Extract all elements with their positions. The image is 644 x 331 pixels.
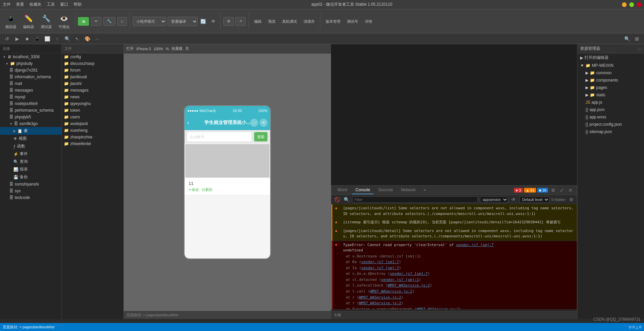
file-zhaopinzhiw[interactable]: 📁 zhaopinzhiw bbox=[62, 134, 123, 140]
tree-reports[interactable]: 📊 报表 bbox=[0, 166, 62, 173]
vendor-link-2[interactable]: vendor.js? [sm]:7 bbox=[361, 260, 399, 264]
edit-btn[interactable]: 编辑 bbox=[251, 17, 264, 25]
menu-window[interactable]: 窗口 bbox=[60, 2, 68, 7]
debug-tab-console[interactable]: Console bbox=[352, 186, 373, 194]
circular-btn[interactable]: ↺ bbox=[3, 34, 11, 43]
debug-tab-more[interactable]: » bbox=[420, 186, 429, 194]
clear-console-btn[interactable]: 🚫 bbox=[333, 196, 341, 203]
phone-search-button[interactable]: 搜索 bbox=[254, 132, 267, 141]
phone-close-icon[interactable]: ✕ bbox=[259, 119, 267, 127]
menu-bar[interactable]: 文件 查看 收藏夹 工具 窗口 帮助 bbox=[3, 2, 82, 7]
phone-delete-btn[interactable]: 自删除 bbox=[202, 187, 213, 192]
mode-debugger-btn[interactable]: 🔧 bbox=[103, 17, 115, 26]
search-right-btn[interactable]: 🔍 bbox=[623, 34, 631, 43]
debugger-btn[interactable]: 🔧 调试器 bbox=[38, 12, 55, 31]
tree-mysql[interactable]: 🗄 mysql bbox=[0, 94, 62, 100]
preview-icon-btn[interactable]: 👁 bbox=[209, 17, 218, 26]
resource-panel-more[interactable]: ··· bbox=[637, 46, 641, 51]
tree-phpstudy[interactable]: ▼ 📁 phpstudy bbox=[0, 60, 62, 67]
mode-select[interactable]: 小程序模式 bbox=[133, 17, 166, 26]
debug-tab-wxml[interactable]: Wxml bbox=[334, 186, 351, 194]
error-badge[interactable]: ● 3 bbox=[514, 188, 523, 193]
simulator-btn[interactable]: 📱 模拟器 bbox=[3, 12, 19, 31]
mode-editor-btn[interactable]: ✏ bbox=[91, 17, 101, 26]
settings-btn[interactable]: ⚙ bbox=[223, 17, 234, 26]
maximize-button[interactable] bbox=[629, 2, 634, 7]
phone-search-input[interactable]: 企业账号 bbox=[187, 132, 251, 141]
tree-views[interactable]: 👁 视图 bbox=[0, 135, 62, 142]
stop-btn[interactable]: ■ bbox=[23, 34, 31, 43]
file-qiyeyonghu[interactable]: 📁 qiyeyonghu bbox=[62, 100, 123, 107]
phone-edit-btn[interactable]: ✏修改 bbox=[189, 187, 199, 192]
maximize-debug-btn[interactable]: ⤢ bbox=[558, 187, 565, 194]
mode-simulator-btn[interactable]: 🖥 bbox=[78, 17, 89, 26]
tree-phpqlyb[interactable]: 🗄 phpqlyb5 bbox=[0, 114, 62, 120]
file-jianlitoudi[interactable]: 📁 jianlitoudi bbox=[62, 74, 123, 80]
phone-menu-icon[interactable]: ··· bbox=[250, 119, 258, 127]
warn-badge[interactable]: ▲ 41 bbox=[524, 188, 536, 193]
file-jiaoshi[interactable]: 📁 jiaoshi bbox=[62, 80, 123, 87]
gear-icon[interactable]: ⚙ bbox=[567, 196, 575, 203]
file-token[interactable]: 📁 token bbox=[62, 107, 123, 114]
tree-ssm9k3go[interactable]: ▼ 🗄 ssm9k3go bbox=[0, 120, 62, 127]
file-discusszhaop[interactable]: 📁 discusszhaop bbox=[62, 60, 123, 67]
res-static[interactable]: ▶ 📁 static bbox=[577, 91, 644, 99]
menu-help[interactable]: 帮助 bbox=[74, 2, 82, 7]
settings-debug-btn[interactable]: ⚙ bbox=[549, 187, 557, 194]
res-components[interactable]: ▶ 📁 components bbox=[577, 77, 644, 84]
waservice-link-1[interactable]: WM97_WAService.js:2 bbox=[388, 283, 430, 288]
preview-btn[interactable]: 预览 bbox=[265, 17, 278, 25]
info-badge[interactable]: ■ 36 bbox=[537, 188, 548, 193]
file-users[interactable]: 📁 users bbox=[62, 114, 123, 120]
search-btn[interactable]: 🔍 bbox=[63, 34, 72, 43]
tree-events[interactable]: ⚡ 事件 bbox=[0, 150, 62, 158]
phone-back-btn[interactable]: ‹ bbox=[187, 119, 189, 126]
minimize-button[interactable] bbox=[622, 2, 627, 7]
res-pages[interactable]: ▶ 📁 pages bbox=[577, 84, 644, 91]
waservice-link-3[interactable]: WM97_WAService.js:2 bbox=[359, 295, 401, 300]
tree-nodejs[interactable]: 🗄 nodejss46e9 bbox=[0, 100, 62, 107]
res-app-wxss[interactable]: {} app.wxss bbox=[577, 113, 644, 121]
menu-file[interactable]: 文件 bbox=[3, 2, 11, 7]
tree-testcode[interactable]: 🗄 testcode bbox=[0, 194, 62, 201]
eye-btn[interactable]: 👁 bbox=[510, 196, 517, 203]
clear-cache-btn[interactable]: 清缓存 bbox=[301, 17, 317, 25]
file-xuesheng[interactable]: 📁 xuesheng bbox=[62, 127, 123, 134]
cursor-btn[interactable]: ↖ bbox=[73, 34, 82, 43]
tree-backup[interactable]: 💾 备份 bbox=[0, 173, 62, 181]
tree-infoschema[interactable]: 🗄 information_schema bbox=[0, 74, 62, 80]
file-wodejianli[interactable]: 📁 wodejianli bbox=[62, 120, 123, 127]
res-project-config[interactable]: {} project.config.json bbox=[577, 121, 644, 128]
real-test-btn[interactable]: 真机调试 bbox=[280, 17, 300, 25]
res-sitemap[interactable]: {} sitemap.json bbox=[577, 128, 644, 135]
filter-input[interactable] bbox=[352, 196, 478, 203]
tree-ssmshiyanshi[interactable]: 🗄 ssmshiyanshi bbox=[0, 181, 62, 188]
tree-messages[interactable]: 🗄 messages bbox=[0, 87, 62, 94]
tree-queries[interactable]: 🔍 查询 bbox=[0, 158, 62, 166]
share-btn[interactable]: ↗ bbox=[235, 17, 246, 26]
detail-btn[interactable]: 详情 bbox=[362, 17, 375, 25]
version-mgmt-btn[interactable]: 版本管理 bbox=[323, 17, 343, 25]
file-forum[interactable]: 📁 forum bbox=[62, 67, 123, 74]
menu-view[interactable]: 查看 bbox=[16, 2, 24, 7]
appservice-select[interactable]: appservice bbox=[480, 196, 508, 203]
vendor-link-3[interactable]: vendor.js? [sm]:7 bbox=[361, 266, 399, 270]
res-common[interactable]: ▶ 📁 common bbox=[577, 69, 644, 77]
mode-visual-btn[interactable]: □ bbox=[117, 17, 127, 26]
refresh-btn[interactable]: 🔄 bbox=[199, 17, 208, 26]
file-messages[interactable]: 📁 messages bbox=[62, 87, 123, 94]
waservice-link-2[interactable]: WM97_WAService.js:2 bbox=[370, 289, 412, 294]
file-config[interactable]: 📁 config bbox=[62, 53, 123, 60]
compiler-select[interactable]: 普通编译 bbox=[168, 17, 198, 26]
waservice-link-4[interactable]: WM97_WAService.js:2 bbox=[359, 301, 401, 305]
tree-mail[interactable]: 🗄 mail bbox=[0, 80, 62, 87]
res-app-js[interactable]: JS app.js bbox=[577, 99, 644, 106]
upload-btn[interactable]: ↑ bbox=[53, 34, 62, 43]
tree-perfschema[interactable]: 🗄 performance_schema bbox=[0, 107, 62, 114]
tree-django[interactable]: 🗄 django7v281 bbox=[0, 67, 62, 74]
res-mp-weixin[interactable]: ▼ 📁 MP-WEIXIN bbox=[577, 62, 644, 69]
grid-btn[interactable]: ⊞ bbox=[633, 34, 641, 43]
more-btn[interactable]: ··· bbox=[93, 34, 102, 43]
tablet-btn[interactable]: ⬜ bbox=[43, 34, 51, 43]
level-select[interactable]: Default levels bbox=[519, 196, 549, 203]
